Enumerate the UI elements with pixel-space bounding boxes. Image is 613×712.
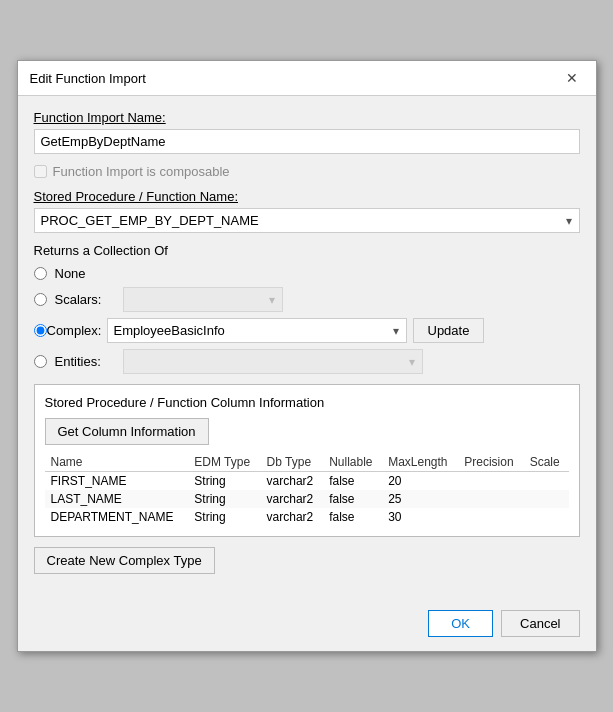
complex-label: Complex:	[47, 323, 107, 338]
table-cell	[524, 508, 569, 526]
none-radio[interactable]	[34, 267, 47, 280]
scalars-row: Scalars:	[34, 287, 580, 312]
function-import-name-input[interactable]	[34, 129, 580, 154]
table-cell: String	[188, 472, 260, 491]
scalars-dropdown-wrapper	[123, 287, 283, 312]
table-cell: String	[188, 508, 260, 526]
radio-group: None Scalars: Complex:	[34, 266, 580, 374]
composable-row: Function Import is composable	[34, 164, 580, 179]
table-row: DEPARTMENT_NAMEStringvarchar2false30	[45, 508, 569, 526]
table-cell: FIRST_NAME	[45, 472, 189, 491]
table-cell: false	[323, 508, 382, 526]
column-info-title: Stored Procedure / Function Column Infor…	[45, 395, 569, 410]
close-button[interactable]: ✕	[560, 69, 584, 87]
header-row: Name EDM Type Db Type Nullable MaxLength…	[45, 453, 569, 472]
table-cell: 20	[382, 472, 458, 491]
function-import-name-group: Function Import Name:	[34, 110, 580, 154]
column-table-body: FIRST_NAMEStringvarchar2false20LAST_NAME…	[45, 472, 569, 527]
function-import-name-label: Function Import Name:	[34, 110, 580, 125]
stored-proc-dropdown[interactable]: PROC_GET_EMP_BY_DEPT_NAME	[34, 208, 580, 233]
dialog-footer: OK Cancel	[18, 602, 596, 651]
edit-function-import-dialog: Edit Function Import ✕ Function Import N…	[17, 60, 597, 652]
col-header-name: Name	[45, 453, 189, 472]
scalars-dropdown[interactable]	[123, 287, 283, 312]
table-cell: varchar2	[261, 508, 324, 526]
col-header-maxlength: MaxLength	[382, 453, 458, 472]
returns-label: Returns a Collection Of	[34, 243, 580, 258]
dialog-body: Function Import Name: Function Import is…	[18, 96, 596, 602]
table-cell: false	[323, 472, 382, 491]
entities-row: Entities:	[34, 349, 580, 374]
get-column-info-button[interactable]: Get Column Information	[45, 418, 209, 445]
table-cell	[458, 490, 523, 508]
dialog-title: Edit Function Import	[30, 71, 146, 86]
table-cell: String	[188, 490, 260, 508]
table-cell: 30	[382, 508, 458, 526]
stored-proc-name-label: Stored Procedure / Function Name:	[34, 189, 580, 204]
table-cell	[458, 508, 523, 526]
table-cell: varchar2	[261, 472, 324, 491]
entities-radio[interactable]	[34, 355, 47, 368]
column-table: Name EDM Type Db Type Nullable MaxLength…	[45, 453, 569, 526]
complex-radio[interactable]	[34, 324, 47, 337]
entities-dropdown[interactable]	[123, 349, 423, 374]
table-cell	[524, 490, 569, 508]
table-cell: varchar2	[261, 490, 324, 508]
table-cell: false	[323, 490, 382, 508]
col-header-scale: Scale	[524, 453, 569, 472]
table-cell: 25	[382, 490, 458, 508]
complex-dropdown-wrapper: EmployeeBasicInfo	[107, 318, 407, 343]
scalars-radio[interactable]	[34, 293, 47, 306]
none-label: None	[55, 266, 115, 281]
returns-group: Returns a Collection Of None Scalars:	[34, 243, 580, 374]
table-cell: LAST_NAME	[45, 490, 189, 508]
table-cell	[458, 472, 523, 491]
col-header-nullable: Nullable	[323, 453, 382, 472]
ok-button[interactable]: OK	[428, 610, 493, 637]
title-bar: Edit Function Import ✕	[18, 61, 596, 96]
column-table-header: Name EDM Type Db Type Nullable MaxLength…	[45, 453, 569, 472]
composable-checkbox[interactable]	[34, 165, 47, 178]
complex-dropdown[interactable]: EmployeeBasicInfo	[107, 318, 407, 343]
table-row: LAST_NAMEStringvarchar2false25	[45, 490, 569, 508]
create-complex-type-button[interactable]: Create New Complex Type	[34, 547, 215, 574]
scalars-label: Scalars:	[55, 292, 115, 307]
column-info-section: Stored Procedure / Function Column Infor…	[34, 384, 580, 537]
entities-dropdown-wrapper	[123, 349, 423, 374]
col-header-db-type: Db Type	[261, 453, 324, 472]
col-header-precision: Precision	[458, 453, 523, 472]
table-cell: DEPARTMENT_NAME	[45, 508, 189, 526]
stored-proc-name-group: Stored Procedure / Function Name: PROC_G…	[34, 189, 580, 233]
composable-label: Function Import is composable	[53, 164, 230, 179]
none-row: None	[34, 266, 580, 281]
table-cell	[524, 472, 569, 491]
table-row: FIRST_NAMEStringvarchar2false20	[45, 472, 569, 491]
cancel-button[interactable]: Cancel	[501, 610, 579, 637]
col-header-edm-type: EDM Type	[188, 453, 260, 472]
update-button[interactable]: Update	[413, 318, 485, 343]
stored-proc-dropdown-wrapper: PROC_GET_EMP_BY_DEPT_NAME	[34, 208, 580, 233]
entities-label: Entities:	[55, 354, 115, 369]
complex-row: Complex: EmployeeBasicInfo Update	[34, 318, 580, 343]
